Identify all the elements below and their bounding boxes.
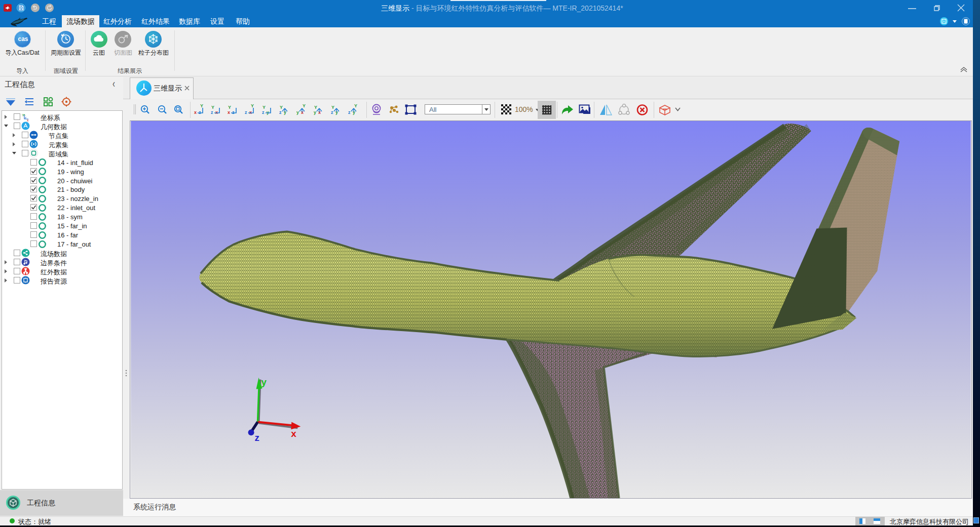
- svg-text:Y: Y: [280, 105, 283, 110]
- svg-text:Y: Y: [354, 103, 357, 108]
- svg-text:z: z: [279, 110, 282, 115]
- svg-text:Y: Y: [200, 103, 203, 108]
- svg-text:x: x: [215, 110, 218, 115]
- svg-text:Y: Y: [251, 103, 254, 108]
- svg-text:z: z: [199, 110, 201, 115]
- svg-text:x: x: [228, 110, 230, 115]
- svg-text:x: x: [249, 110, 252, 115]
- svg-text:y: y: [267, 110, 269, 115]
- svg-text:Y: Y: [22, 113, 24, 117]
- svg-text:z: z: [262, 110, 265, 115]
- svg-text:x: x: [291, 428, 296, 439]
- svg-text:x: x: [194, 110, 197, 115]
- svg-text:z: z: [211, 110, 213, 115]
- svg-text:z: z: [232, 110, 235, 115]
- svg-text:x: x: [27, 118, 29, 121]
- svg-text:z: z: [255, 432, 259, 443]
- svg-text:y: y: [314, 110, 316, 115]
- svg-text:z: z: [348, 110, 351, 115]
- svg-text:y: y: [261, 377, 267, 387]
- svg-text:Y: Y: [303, 103, 306, 108]
- svg-text:Y: Y: [228, 105, 231, 110]
- svg-text:Y: Y: [211, 105, 214, 110]
- svg-text:Y: Y: [314, 105, 317, 110]
- svg-text:Y: Y: [262, 105, 266, 110]
- svg-text:z: z: [331, 110, 333, 115]
- svg-text:z: z: [25, 116, 27, 119]
- svg-text:Y: Y: [331, 105, 334, 110]
- svg-text:z: z: [245, 110, 247, 115]
- svg-text:y: y: [296, 110, 299, 115]
